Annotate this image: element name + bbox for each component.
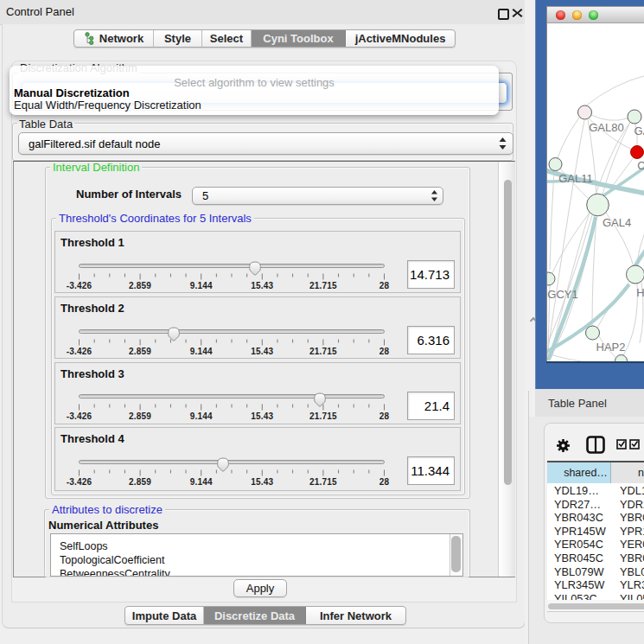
- svg-text:H: H: [636, 286, 644, 299]
- svg-text:HAP2: HAP2: [596, 341, 626, 354]
- svg-text:GCY1: GCY1: [547, 288, 577, 301]
- svg-text:GAL4: GAL4: [603, 216, 631, 229]
- svg-text:GAL80: GAL80: [589, 121, 623, 134]
- svg-text:GAL11: GAL11: [558, 172, 593, 185]
- svg-text:C: C: [637, 159, 644, 172]
- svg-text:GA: GA: [634, 124, 644, 137]
